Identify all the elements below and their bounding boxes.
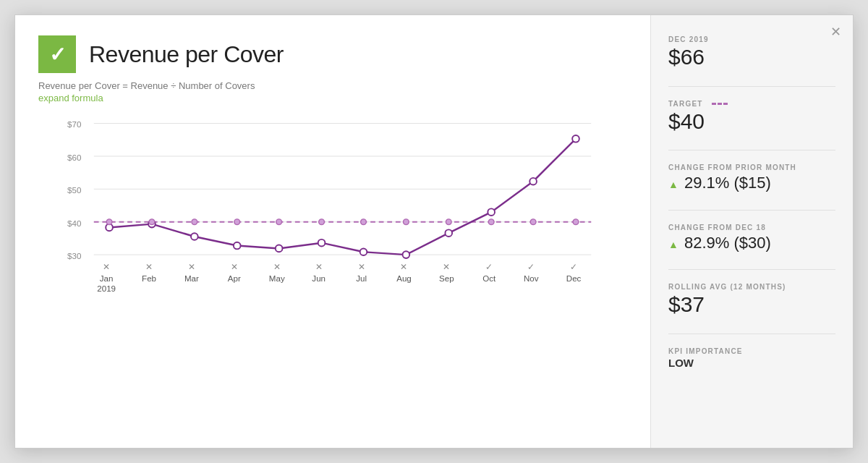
svg-point-24: [149, 219, 155, 225]
right-panel: DEC 2019 $66 TARGET $40 CHANGE FROM PRIO…: [650, 15, 853, 448]
svg-point-18: [403, 251, 410, 258]
svg-point-29: [361, 219, 367, 225]
svg-point-26: [234, 219, 240, 225]
svg-text:$30: $30: [67, 252, 81, 260]
svg-text:✕: ✕: [145, 263, 153, 271]
change-dec18-label: CHANGE FROM DEC 18: [668, 224, 835, 232]
formula-text: Revenue per Cover = Revenue ÷ Number of …: [38, 80, 627, 91]
svg-text:✓: ✓: [527, 263, 535, 271]
svg-text:✕: ✕: [231, 263, 238, 271]
svg-text:Jul: Jul: [356, 274, 367, 283]
kpi-value: LOW: [668, 357, 835, 369]
svg-text:2019: 2019: [97, 284, 116, 293]
change-dec18-stat: CHANGE FROM DEC 18 ▲ 82.9% ($30): [668, 224, 835, 254]
svg-text:✕: ✕: [273, 263, 281, 271]
divider-4: [668, 269, 835, 270]
page-title: Revenue per Cover: [89, 41, 284, 68]
change-prior-label: CHANGE FROM PRIOR MONTH: [668, 163, 835, 171]
check-icon: ✓: [49, 43, 66, 67]
svg-text:✓: ✓: [570, 263, 577, 271]
kpi-label: KPI IMPORTANCE: [668, 347, 835, 355]
svg-text:Jun: Jun: [312, 274, 326, 283]
svg-text:Mar: Mar: [184, 274, 199, 283]
svg-text:✕: ✕: [315, 263, 323, 271]
divider-2: [668, 150, 835, 150]
rolling-avg-value: $37: [668, 292, 835, 318]
svg-point-33: [530, 219, 536, 225]
chart-svg: $70 $60 $50 $40 $30: [38, 115, 627, 318]
divider-1: [668, 86, 835, 87]
svg-point-28: [319, 219, 325, 225]
svg-text:$50: $50: [67, 186, 81, 195]
modal: ✕ ✓ Revenue per Cover Revenue per Cover …: [14, 14, 854, 449]
target-dash-icon: [712, 103, 728, 105]
main-panel: ✓ Revenue per Cover Revenue per Cover = …: [15, 15, 650, 448]
svg-text:Aug: Aug: [396, 274, 412, 283]
svg-text:Sep: Sep: [439, 274, 454, 283]
svg-text:May: May: [269, 274, 285, 283]
svg-text:✓: ✓: [485, 263, 493, 271]
divider-5: [668, 334, 835, 334]
svg-text:Apr: Apr: [228, 274, 241, 283]
svg-text:Oct: Oct: [482, 274, 496, 283]
svg-text:Jan: Jan: [100, 274, 114, 283]
svg-text:Nov: Nov: [524, 274, 539, 283]
svg-point-31: [446, 219, 451, 225]
svg-text:✕: ✕: [443, 263, 450, 271]
change-prior-stat: CHANGE FROM PRIOR MONTH ▲ 29.1% ($15): [668, 163, 835, 194]
svg-point-17: [360, 248, 367, 255]
svg-text:✕: ✕: [103, 263, 110, 271]
svg-text:✕: ✕: [400, 263, 407, 271]
expand-formula-link[interactable]: expand formula: [38, 93, 627, 103]
svg-point-20: [488, 208, 495, 216]
svg-text:Feb: Feb: [142, 274, 156, 283]
chart-area: $70 $60 $50 $40 $30: [38, 115, 627, 433]
svg-text:$40: $40: [67, 219, 81, 228]
svg-point-21: [529, 178, 537, 185]
svg-point-16: [318, 239, 326, 247]
svg-point-25: [192, 219, 197, 225]
svg-point-23: [106, 219, 112, 225]
svg-text:$70: $70: [67, 120, 81, 129]
divider-3: [668, 210, 835, 211]
check-box: ✓: [38, 35, 76, 73]
target-stat: TARGET $40: [668, 100, 835, 135]
svg-point-22: [572, 135, 579, 143]
change-prior-value: ▲ 29.1% ($15): [668, 173, 835, 194]
change-dec18-value: ▲ 82.9% ($30): [668, 233, 835, 254]
svg-point-13: [191, 233, 198, 240]
svg-point-34: [573, 219, 579, 225]
svg-text:✕: ✕: [358, 263, 365, 271]
svg-point-32: [488, 219, 494, 225]
arrow-up-icon-2: ▲: [668, 239, 678, 250]
header: ✓ Revenue per Cover: [38, 35, 627, 73]
period-label: DEC 2019: [668, 35, 835, 43]
arrow-up-icon: ▲: [668, 179, 678, 190]
target-value: $40: [668, 109, 835, 135]
target-label: TARGET: [668, 100, 835, 108]
svg-text:$60: $60: [67, 153, 81, 162]
svg-text:✕: ✕: [188, 263, 195, 271]
close-button[interactable]: ✕: [830, 25, 841, 38]
svg-text:Dec: Dec: [566, 274, 582, 283]
svg-point-15: [276, 245, 283, 252]
rolling-avg-label: ROLLING AVG (12 MONTHS): [668, 283, 835, 291]
rolling-avg-stat: ROLLING AVG (12 MONTHS) $37: [668, 283, 835, 318]
svg-point-30: [404, 219, 409, 225]
period-value: $66: [668, 45, 835, 70]
svg-point-27: [276, 219, 282, 225]
svg-point-19: [445, 229, 452, 237]
period-stat: DEC 2019 $66: [668, 35, 835, 70]
svg-point-14: [234, 242, 241, 250]
kpi-stat: KPI IMPORTANCE LOW: [668, 347, 835, 369]
